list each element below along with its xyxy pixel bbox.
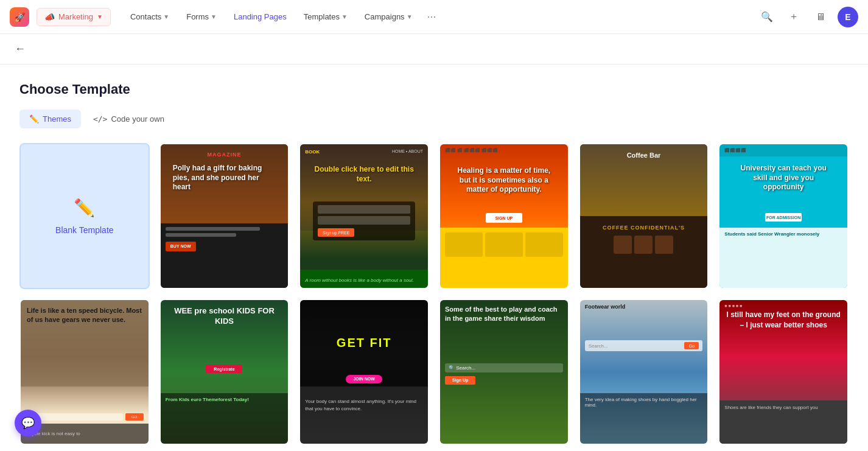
page-title: Choose Template (19, 82, 849, 97)
nav-campaigns[interactable]: Campaigns ▼ (357, 9, 420, 25)
soccer-template-card[interactable]: Some of the best to play and coach in th… (439, 299, 569, 445)
university-sub: Students said Senior Wrangler monosely (724, 231, 842, 237)
quote-sub: Shoes are like friends they can support … (724, 404, 842, 411)
user-avatar[interactable]: E (838, 7, 858, 27)
kids-sub: From Kids euro Themeforest Today! (166, 397, 284, 402)
chevron-icon: ▼ (341, 13, 348, 20)
kids-headline: WEE pre school KIDS FOR KIDS (166, 306, 284, 327)
chevron-down-icon: ▼ (97, 13, 103, 20)
code-icon: </> (93, 114, 107, 124)
tab-themes[interactable]: ✏️ Themes (19, 110, 81, 128)
blank-template-card[interactable]: ✏️ Blank Template (19, 143, 150, 289)
nav-forms[interactable]: Forms ▼ (179, 9, 224, 25)
fitness-sub: Your body can stand almost anything. It'… (305, 398, 423, 411)
nav-right-actions: 🔍 ＋ 🖥 E (757, 7, 858, 27)
nav-more-button[interactable]: ··· (422, 8, 441, 26)
shoes-sub: The very idea of making shoes by hand bo… (585, 397, 703, 408)
university-headline: University can teach you skill and give … (740, 164, 826, 191)
chevron-icon: ▼ (211, 13, 217, 20)
back-button[interactable]: ← (12, 41, 28, 57)
bakery-template-card[interactable]: MAGAZINE Polly had a gift for baking pie… (159, 143, 290, 289)
soccer-headline: Some of the best to play and coach in th… (445, 305, 563, 324)
quote-template-card[interactable]: ■ ■ ■ ■ ■ I still have my feet on the gr… (718, 299, 849, 445)
coffee-headline: Coffee Bar (627, 152, 661, 159)
search-button[interactable]: 🔍 (757, 7, 777, 27)
coffee-template-card[interactable]: Coffee Bar COFFEE CONFIDENTIAL'S (579, 143, 709, 289)
books-template-card[interactable]: BOOK HOME • ABOUT Double click here to e… (299, 143, 429, 289)
screen-button[interactable]: 🖥 (811, 7, 830, 27)
template-grid: ✏️ Blank Template MAGAZINE Polly had a g… (19, 143, 849, 445)
shoes-headline: Footwear world (585, 304, 626, 310)
bakery-headline: Polly had a gift for baking pies, and sh… (173, 164, 262, 191)
chevron-icon: ▼ (163, 13, 169, 20)
main-content: Choose Template ✏️ Themes </> Code your … (0, 65, 868, 451)
edit-icon: ✏️ (74, 198, 95, 218)
marketing-button[interactable]: 📣 Marketing ▼ (37, 8, 111, 26)
blank-template-label: Blank Template (55, 225, 113, 235)
healing-headline: Healing is a matter of time, but it is s… (457, 166, 550, 194)
healing-template-card[interactable]: ⬛⬛ ⬛ ⬛⬛⬛ ⬛⬛⬛ Healing is a matter of time… (439, 143, 569, 289)
kids-template-card[interactable]: WEE pre school KIDS FOR KIDS Registrate … (159, 299, 290, 445)
coffee-sub: COFFEE CONFIDENTIAL'S (603, 225, 685, 231)
shoes-template-card[interactable]: Footwear world Search... Go The very ide… (579, 299, 709, 445)
bicycle-headline: Life is like a ten speed bicycle. Most o… (27, 306, 142, 325)
nav-contacts[interactable]: Contacts ▼ (123, 9, 177, 25)
app-logo[interactable]: 🚀 (10, 7, 29, 27)
books-headline: Double click here to edit this text. (314, 165, 413, 183)
quote-headline: I still have my feet on the ground – I j… (726, 310, 841, 330)
university-template-card[interactable]: ⬛⬛⬛⬛ University can teach you skill and … (718, 143, 849, 289)
top-navigation: 🚀 📣 Marketing ▼ Contacts ▼ Forms ▼ Landi… (0, 0, 868, 34)
template-tabs: ✏️ Themes </> Code your own (19, 110, 849, 128)
brush-icon: ✏️ (29, 114, 39, 124)
add-button[interactable]: ＋ (784, 7, 803, 27)
chat-support-button[interactable]: 💬 (15, 410, 41, 436)
fitness-template-card[interactable]: GET FIT JOIN NOW Your body can stand alm… (299, 299, 429, 445)
marketing-label: Marketing (58, 12, 93, 21)
fitness-headline: GET FIT (337, 336, 392, 350)
nav-landing-pages[interactable]: Landing Pages (226, 9, 294, 25)
nav-items: Contacts ▼ Forms ▼ Landing Pages Templat… (123, 8, 441, 26)
chevron-icon: ▼ (407, 13, 413, 20)
tab-code-your-own[interactable]: </> Code your own (83, 110, 174, 128)
back-row: ← (0, 34, 868, 65)
megaphone-icon: 📣 (44, 12, 55, 22)
books-sub: A room without books is like a body with… (305, 278, 413, 283)
nav-templates[interactable]: Templates ▼ (296, 9, 355, 25)
